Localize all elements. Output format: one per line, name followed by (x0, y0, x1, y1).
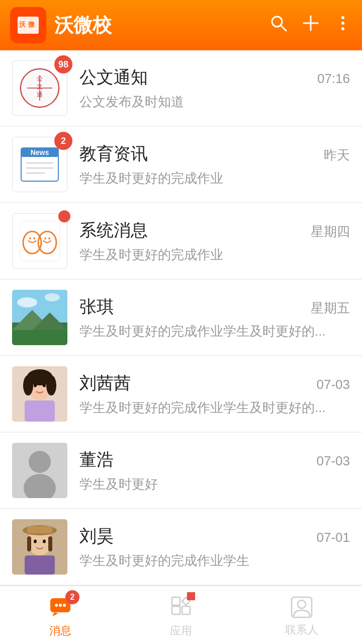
more-icon[interactable] (334, 14, 352, 37)
svg-rect-44 (25, 400, 55, 422)
svg-point-55 (43, 540, 46, 543)
item-name: 公文通知 (79, 66, 148, 89)
svg-rect-51 (27, 526, 52, 533)
svg-text:沃: 沃 (19, 21, 26, 28)
svg-point-34 (45, 293, 60, 301)
item-desc: 学生及时更好的完成作业学生 (79, 552, 350, 570)
tab-contacts[interactable]: 联系人 (241, 586, 362, 644)
item-name: 刘茜茜 (79, 372, 131, 395)
svg-point-43 (43, 384, 46, 387)
item-time: 07:16 (317, 71, 350, 87)
svg-rect-52 (27, 536, 31, 551)
item-content: 刘茜茜 07-03 学生及时更好的完成作业学生及时更好的... (79, 372, 350, 417)
item-header: 公文通知 07:16 (79, 66, 350, 89)
item-name: 教育资讯 (79, 142, 148, 166)
tab-badge: 2 (65, 590, 79, 604)
item-time: 07-03 (317, 453, 350, 469)
svg-point-27 (33, 237, 35, 239)
svg-point-59 (59, 604, 62, 607)
item-time: 07-01 (317, 530, 350, 545)
item-name: 张琪 (79, 295, 114, 318)
item-desc: 学生及时更好的完成作业学生及时更好的... (79, 399, 350, 417)
item-desc: 学生及时更好的完成作业 (79, 170, 350, 187)
item-header: 张琪 星期五 (79, 295, 350, 318)
svg-rect-53 (48, 536, 52, 551)
item-name: 系统消息 (79, 219, 148, 242)
item-content: 董浩 07-03 学生及时更好 (79, 448, 350, 493)
avatar-container (12, 213, 67, 269)
svg-point-40 (23, 375, 33, 395)
svg-point-28 (44, 237, 46, 239)
item-time: 星期四 (311, 223, 350, 240)
svg-point-7 (341, 16, 344, 19)
svg-point-29 (48, 237, 50, 239)
item-header: 系统消息 星期四 (79, 219, 350, 242)
item-desc: 学生及时更好 (79, 475, 350, 493)
svg-point-60 (63, 604, 66, 607)
svg-point-9 (341, 27, 344, 30)
app-logo: 沃 微 (10, 7, 46, 43)
avatar (12, 519, 67, 575)
tabbar: 2 消息 应用 联系人 (0, 586, 362, 644)
list-item[interactable]: 公 文 通 98 公文通知 07:16 公文发布及时知道 (0, 50, 362, 126)
svg-rect-64 (172, 597, 180, 605)
item-time: 星期五 (311, 299, 350, 317)
item-content: 系统消息 星期四 学生及时更好的完成作业 (79, 219, 350, 264)
tab-messages[interactable]: 2 消息 (0, 586, 121, 644)
message-list: 公 文 通 98 公文通知 07:16 公文发布及时知道 (0, 50, 362, 586)
badge-count: 2 (54, 132, 72, 150)
avatar-container (12, 519, 67, 575)
app-title: 沃微校 (54, 13, 261, 38)
tab-apps[interactable]: 应用 (121, 586, 241, 644)
item-name: 刘昊 (79, 525, 114, 548)
avatar (12, 213, 67, 269)
svg-point-33 (17, 297, 37, 307)
item-name: 董浩 (79, 448, 114, 471)
avatar (12, 366, 67, 422)
tab-label-contacts: 联系人 (285, 622, 318, 637)
svg-point-26 (29, 237, 31, 239)
search-icon[interactable] (269, 14, 288, 37)
svg-point-41 (46, 375, 56, 395)
avatar (12, 443, 67, 498)
svg-line-4 (281, 25, 286, 31)
svg-point-58 (55, 604, 58, 607)
svg-point-42 (34, 384, 37, 387)
item-content: 刘昊 07-01 学生及时更好的完成作业学生 (79, 525, 350, 570)
avatar-container: 公 文 通 98 (12, 60, 67, 116)
item-desc: 公文发布及时知道 (79, 93, 350, 111)
list-item[interactable]: 董浩 07-03 学生及时更好 (0, 433, 362, 508)
svg-marker-61 (52, 612, 58, 616)
avatar (12, 290, 67, 345)
navbar-actions (269, 14, 352, 37)
tab-label-messages: 消息 (49, 623, 71, 638)
navbar: 沃 微 沃微校 (0, 0, 362, 50)
contacts-icon (290, 595, 314, 619)
svg-point-67 (298, 600, 306, 608)
tab-badge-dot (187, 592, 195, 600)
svg-text:News: News (31, 148, 49, 156)
item-header: 董浩 07-03 (79, 448, 350, 471)
svg-point-46 (29, 451, 51, 473)
badge-count: 98 (54, 55, 72, 73)
item-content: 教育资讯 昨天 学生及时更好的完成作业 (79, 142, 350, 187)
svg-rect-63 (182, 606, 190, 614)
list-item[interactable]: 刘茜茜 07-03 学生及时更好的完成作业学生及时更好的... (0, 356, 362, 432)
svg-rect-23 (20, 221, 60, 261)
list-item[interactable]: 刘昊 07-01 学生及时更好的完成作业学生 (0, 509, 362, 585)
item-desc: 学生及时更好的完成作业 (79, 246, 350, 264)
avatar-container (12, 443, 67, 498)
badge-dot (58, 210, 70, 222)
svg-text:微: 微 (28, 21, 35, 28)
item-content: 张琪 星期五 学生及时更好的完成作业学生及时更好的... (79, 295, 350, 340)
item-content: 公文通知 07:16 公文发布及时知道 (79, 66, 350, 111)
tab-label-apps: 应用 (170, 623, 192, 638)
svg-rect-62 (172, 606, 180, 614)
item-desc: 学生及时更好的完成作业学生及时更好的... (79, 323, 350, 340)
add-icon[interactable] (302, 14, 320, 37)
item-header: 刘茜茜 07-03 (79, 372, 350, 395)
list-item[interactable]: 系统消息 星期四 学生及时更好的完成作业 (0, 203, 362, 279)
list-item[interactable]: News 2 教育资讯 昨天 学生及时更好的完成作业 (0, 127, 362, 202)
avatar-container: News 2 (12, 137, 67, 192)
list-item[interactable]: 张琪 星期五 学生及时更好的完成作业学生及时更好的... (0, 280, 362, 355)
